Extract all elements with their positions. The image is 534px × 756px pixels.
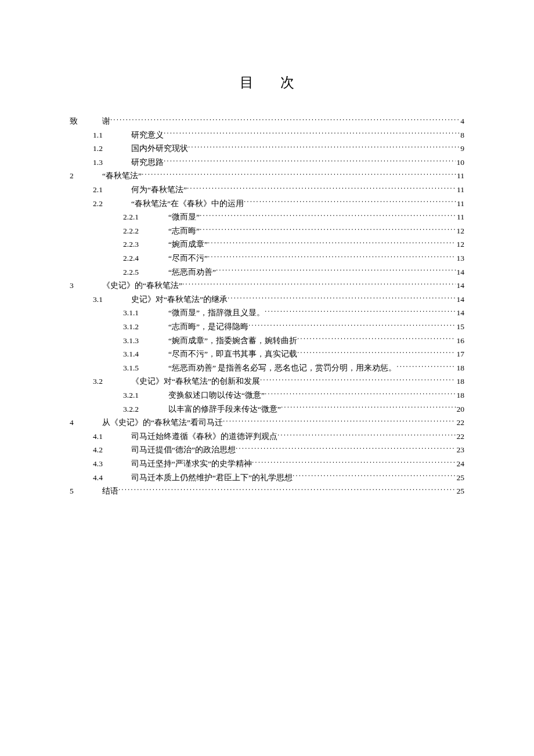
toc-entry: 3.1.1“微而显”，指辞微且义显。14 [70, 307, 464, 319]
toc-entry-page: 18 [456, 389, 465, 402]
toc-entry-title: 国内外研究现状 [131, 142, 188, 155]
toc-entry-title: “微而显”，指辞微且义显。 [168, 307, 265, 319]
toc-entry-title: 司马迁本质上仍然维护“君臣上下”的礼学思想 [131, 471, 293, 484]
toc-leader-dots [277, 431, 456, 439]
toc-leader-dots [396, 362, 455, 370]
toc-entry-number: 2.2 [93, 197, 131, 210]
toc-entry-page: 22 [456, 430, 465, 443]
toc-entry: 3.2.1变换叙述口吻以传达“微意”18 [70, 389, 464, 402]
toc-entry-title: “尽而不污”，即直书其事，真实记载 [168, 348, 297, 361]
toc-entry-number: 4.1 [93, 430, 131, 443]
toc-entry-number: 5 [70, 485, 102, 498]
toc-entry-title: 变换叙述口吻以传达“微意” [168, 389, 265, 402]
toc-leader-dots [281, 404, 456, 412]
toc-entry-number: 3.1.1 [123, 307, 168, 319]
document-page: 目 次 致谢41.1研究意义81.2国内外研究现状91.3研究思路102“春秋笔… [0, 0, 534, 498]
toc-entry-number: 2.2.3 [123, 238, 168, 251]
toc-entry: 4.1司马迁始终遵循《春秋》的道德评判观点22 [70, 430, 464, 443]
toc-entry-page: 9 [459, 142, 464, 155]
toc-entry-page: 13 [456, 252, 465, 265]
toc-entry-page: 24 [456, 458, 465, 470]
toc-entry-title: 谢 [102, 115, 110, 128]
toc-entry-page: 15 [456, 321, 465, 333]
toc-leader-dots [236, 445, 456, 453]
toc-entry-number: 2.2.4 [123, 252, 168, 265]
toc-entry-title: 研究思路 [131, 156, 164, 169]
toc-entry-title: “惩恶而劝善” 是指善名必写，恶名也记，赏罚分明，用来劝惩。 [168, 362, 396, 375]
toc-entry-page: 11 [456, 183, 464, 196]
toc-entry-number: 3.2 [93, 375, 131, 388]
toc-entry-title: 从《史记》的“春秋笔法”看司马迁 [102, 416, 223, 429]
toc-leader-dots [208, 239, 456, 247]
toc-entry: 4.2司马迁提倡“德治”的政治思想23 [70, 444, 464, 456]
toc-entry: 3.2《史记》对“春秋笔法”的创新和发展18 [70, 375, 464, 388]
toc-entry-number: 3.1.4 [123, 348, 168, 361]
toc-entry: 2.2.2“志而晦”12 [70, 225, 464, 237]
toc-entry-page: 25 [456, 485, 465, 498]
toc-entry-number: 3.1 [93, 293, 131, 306]
toc-entry-page: 22 [456, 416, 465, 429]
toc-entry-number: 3.1.2 [123, 321, 168, 333]
toc-leader-dots [187, 185, 456, 193]
toc-entry-title: 研究意义 [131, 129, 164, 142]
toc-entry-page: 25 [456, 471, 465, 484]
toc-entry: 3.1.4“尽而不污”，即直书其事，真实记载17 [70, 348, 464, 361]
toc-leader-dots [228, 294, 456, 302]
toc-entry-number: 1.1 [93, 129, 131, 142]
toc-leader-dots [265, 390, 456, 398]
toc-entry-number: 2.2.5 [123, 266, 168, 279]
toc-entry-title: “婉而成章” [168, 238, 208, 251]
toc-entry: 4.4司马迁本质上仍然维护“君臣上下”的礼学思想25 [70, 471, 464, 484]
toc-entry: 2.2.3“婉而成章”12 [70, 238, 464, 251]
toc-leader-dots [200, 225, 456, 233]
toc-entry-title: 司马迁提倡“德治”的政治思想 [131, 444, 236, 456]
toc-entry-page: 14 [456, 279, 465, 292]
toc-leader-dots [223, 417, 456, 426]
toc-entry-number: 4 [70, 416, 102, 429]
toc-leader-dots [216, 267, 456, 275]
toc-entry-number: 3.1.3 [123, 334, 168, 347]
toc-entry-title: “惩恶而劝善” [168, 266, 216, 279]
toc-entry-page: 14 [456, 266, 465, 279]
table-of-contents: 致谢41.1研究意义81.2国内外研究现状91.3研究思路102“春秋笔法”11… [70, 115, 464, 498]
toc-entry-number: 2.2.1 [123, 211, 168, 224]
toc-entry-number: 4.4 [93, 471, 131, 484]
toc-leader-dots [164, 157, 456, 165]
toc-entry: 1.1研究意义8 [70, 129, 464, 142]
toc-entry-title: 司马迁始终遵循《春秋》的道德评判观点 [131, 430, 277, 443]
toc-entry: 2.2.5“惩恶而劝善”14 [70, 266, 464, 279]
toc-leader-dots [164, 129, 459, 138]
toc-leader-dots [265, 308, 456, 316]
toc-leader-dots [260, 376, 456, 384]
toc-entry-number: 2 [70, 170, 102, 182]
toc-leader-dots [110, 116, 459, 124]
toc-leader-dots [188, 143, 459, 152]
toc-entry-title: “志而晦” [168, 225, 200, 237]
toc-entry: 2.2“春秋笔法”在《春秋》中的运用11 [70, 197, 464, 210]
toc-entry-page: 11 [456, 211, 464, 224]
page-title: 目 次 [70, 73, 464, 92]
toc-entry-title: 司马迁坚持“严谨求实”的史学精神 [131, 458, 252, 470]
toc-leader-dots [118, 486, 456, 494]
toc-entry-title: “志而晦”，是记得隐晦 [168, 321, 248, 333]
toc-entry-page: 12 [456, 238, 465, 251]
toc-entry-page: 14 [456, 307, 465, 319]
toc-entry-title: “婉而成章”，指委婉含蓄，婉转曲折 [168, 334, 297, 347]
toc-entry-number: 1.2 [93, 142, 131, 155]
toc-entry: 2.1何为“春秋笔法”11 [70, 183, 464, 196]
toc-leader-dots [297, 335, 456, 343]
toc-entry: 3《史记》的“春秋笔法”14 [70, 279, 464, 292]
toc-leader-dots [252, 458, 456, 466]
toc-entry-page: 17 [456, 348, 465, 361]
toc-leader-dots [248, 321, 456, 329]
toc-leader-dots [208, 253, 456, 261]
toc-entry-number: 4.3 [93, 458, 131, 470]
toc-entry-page: 18 [456, 362, 465, 375]
toc-entry: 3.2.2以丰富的修辞手段来传达“微意”20 [70, 403, 464, 416]
toc-entry-number: 2.2.2 [123, 225, 168, 237]
toc-entry-number: 2.1 [93, 183, 131, 196]
toc-entry: 5结语25 [70, 485, 464, 498]
toc-entry-number: 3 [70, 279, 102, 292]
toc-entry-number: 4.2 [93, 444, 131, 456]
toc-leader-dots [142, 171, 456, 179]
